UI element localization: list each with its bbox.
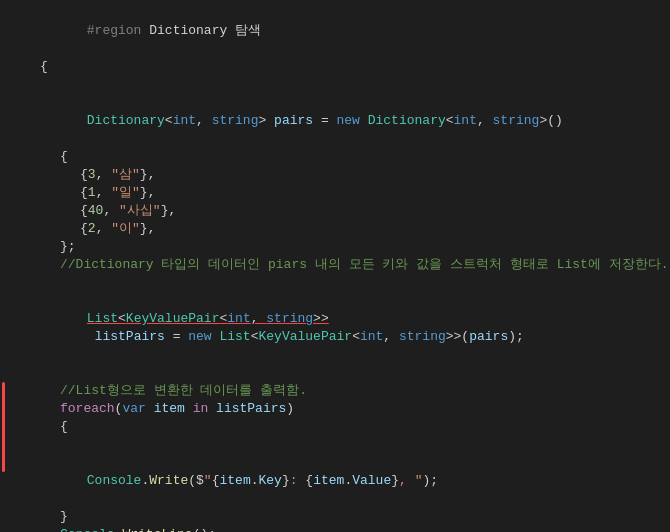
line-open1: { — [0, 418, 670, 436]
line-listpairs: List<KeyValuePair<int, string>> listPair… — [0, 274, 670, 364]
line-region: #region Dictionary 탐색 — [0, 4, 670, 58]
line-7: {2, "이"}, — [0, 220, 670, 238]
line-writeline1: Console.WriteLine(); — [0, 526, 670, 532]
line-4: {3, "삼"}, — [0, 166, 670, 184]
line-comment1: //Dictionary 타입의 데이터인 piars 내의 모든 키와 값을 … — [0, 256, 670, 274]
line-1: { — [0, 58, 670, 76]
line-empty1 — [0, 364, 670, 382]
line-8: }; — [0, 238, 670, 256]
line-5: {1, "일"}, — [0, 184, 670, 202]
line-close1: } — [0, 508, 670, 526]
line-3: { — [0, 148, 670, 166]
bracket-indicator — [2, 382, 5, 472]
line-write1: Console.Write($"{item.Key}: {item.Value}… — [0, 436, 670, 508]
line-6: {40, "사십"}, — [0, 202, 670, 220]
code-editor: #region Dictionary 탐색 { Dictionary<int, … — [0, 0, 670, 532]
line-foreach1: foreach(var item in listPairs) — [0, 400, 670, 418]
line-comment2: //List형으로 변환한 데이터를 출력함. — [0, 382, 670, 400]
line-2: Dictionary<int, string> pairs = new Dict… — [0, 76, 670, 148]
